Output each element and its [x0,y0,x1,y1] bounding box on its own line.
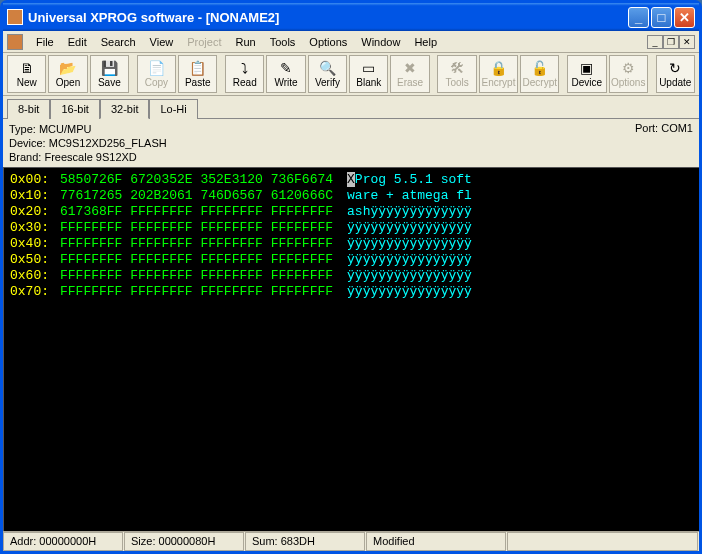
new-button[interactable]: 🗎New [7,55,46,93]
tools-label: Tools [445,77,468,88]
tab-32bit[interactable]: 32-bit [100,99,150,119]
hex-bytes[interactable]: 617368FF FFFFFFFF FFFFFFFF FFFFFFFF [60,204,333,220]
mdi-restore-button[interactable]: ❐ [663,35,679,49]
minimize-button[interactable]: _ [628,7,649,28]
status-sum: Sum: 683DH [245,532,365,551]
save-label: Save [98,77,121,88]
status-addr: Addr: 00000000H [3,532,123,551]
hex-address: 0x30: [10,220,60,236]
hex-row[interactable]: 0x40:FFFFFFFF FFFFFFFF FFFFFFFF FFFFFFFF… [10,236,693,252]
menu-file[interactable]: File [29,34,61,50]
tools-button: 🛠Tools [437,55,476,93]
toolbar-separator [650,55,654,93]
read-button[interactable]: ⤵Read [225,55,264,93]
hex-bytes[interactable]: FFFFFFFF FFFFFFFF FFFFFFFF FFFFFFFF [60,236,333,252]
hex-address: 0x40: [10,236,60,252]
hex-row[interactable]: 0x30:FFFFFFFF FFFFFFFF FFFFFFFF FFFFFFFF… [10,220,693,236]
update-button[interactable]: ↻Update [656,55,695,93]
hex-ascii[interactable]: ashÿÿÿÿÿÿÿÿÿÿÿÿÿ [347,204,472,220]
encrypt-button: 🔒Encrypt [479,55,518,93]
tab-bar: 8-bit16-bit32-bitLo-Hi [3,96,699,118]
statusbar: Addr: 00000000H Size: 00000080H Sum: 683… [3,531,699,551]
hex-ascii[interactable]: XProg 5.5.1 soft [347,172,472,188]
device-button[interactable]: ▣Device [567,55,606,93]
hex-row[interactable]: 0x10:77617265 202B2061 746D6567 6120666C… [10,188,693,204]
menu-run[interactable]: Run [228,34,262,50]
tab-16bit[interactable]: 16-bit [50,99,100,119]
maximize-button[interactable]: □ [651,7,672,28]
encrypt-icon: 🔒 [489,60,507,76]
update-label: Update [659,77,691,88]
device-label: Device [572,77,603,88]
info-device: Device: MC9S12XD256_FLASH [9,136,635,150]
paste-icon: 📋 [189,60,207,76]
hex-bytes[interactable]: 5850726F 6720352E 352E3120 736F6674 [60,172,333,188]
hex-cursor[interactable]: X [347,172,355,187]
hex-row[interactable]: 0x50:FFFFFFFF FFFFFFFF FFFFFFFF FFFFFFFF… [10,252,693,268]
hex-ascii[interactable]: ÿÿÿÿÿÿÿÿÿÿÿÿÿÿÿÿ [347,284,472,300]
mdi-minimize-button[interactable]: _ [647,35,663,49]
hex-row[interactable]: 0x70:FFFFFFFF FFFFFFFF FFFFFFFF FFFFFFFF… [10,284,693,300]
verify-button[interactable]: 🔍Verify [308,55,347,93]
toolbar-separator [219,55,223,93]
decrypt-button: 🔓Decrypt [520,55,559,93]
tab-lohi[interactable]: Lo-Hi [149,99,197,119]
menubar: FileEditSearchViewProjectRunToolsOptions… [3,31,699,53]
menu-project: Project [180,34,228,50]
menu-options[interactable]: Options [302,34,354,50]
save-button[interactable]: 💾Save [90,55,129,93]
hex-ascii[interactable]: ÿÿÿÿÿÿÿÿÿÿÿÿÿÿÿÿ [347,236,472,252]
hex-bytes[interactable]: FFFFFFFF FFFFFFFF FFFFFFFF FFFFFFFF [60,268,333,284]
titlebar[interactable]: Universal XPROG software - [NONAME2] _ □… [3,3,699,31]
hex-ascii[interactable]: ÿÿÿÿÿÿÿÿÿÿÿÿÿÿÿÿ [347,252,472,268]
new-icon: 🗎 [18,60,36,76]
info-type: Type: MCU/MPU [9,122,635,136]
blank-button[interactable]: ▭Blank [349,55,388,93]
blank-icon: ▭ [360,60,378,76]
hex-ascii[interactable]: ware + atmega fl [347,188,472,204]
read-icon: ⤵ [236,60,254,76]
toolbar-separator [561,55,565,93]
close-button[interactable]: ✕ [674,7,695,28]
hex-editor[interactable]: 0x00:5850726F 6720352E 352E3120 736F6674… [3,167,699,531]
write-button[interactable]: ✎Write [266,55,305,93]
verify-label: Verify [315,77,340,88]
menu-search[interactable]: Search [94,34,143,50]
info-bar: Type: MCU/MPU Device: MC9S12XD256_FLASH … [3,118,699,167]
mdi-icon[interactable] [7,34,23,50]
toolbar-separator [432,55,436,93]
hex-row[interactable]: 0x60:FFFFFFFF FFFFFFFF FFFFFFFF FFFFFFFF… [10,268,693,284]
encrypt-label: Encrypt [482,77,516,88]
paste-button[interactable]: 📋Paste [178,55,217,93]
hex-bytes[interactable]: 77617265 202B2061 746D6567 6120666C [60,188,333,204]
menu-edit[interactable]: Edit [61,34,94,50]
new-label: New [17,77,37,88]
mdi-close-button[interactable]: ✕ [679,35,695,49]
erase-button: ✖Erase [390,55,429,93]
hex-ascii[interactable]: ÿÿÿÿÿÿÿÿÿÿÿÿÿÿÿÿ [347,268,472,284]
open-label: Open [56,77,80,88]
device-icon: ▣ [578,60,596,76]
window-title: Universal XPROG software - [NONAME2] [28,10,628,25]
tab-8bit[interactable]: 8-bit [7,99,50,119]
options-icon: ⚙ [619,60,637,76]
menu-tools[interactable]: Tools [263,34,303,50]
blank-label: Blank [356,77,381,88]
update-icon: ↻ [666,60,684,76]
open-button[interactable]: 📂Open [48,55,87,93]
options-label: Options [611,77,645,88]
open-icon: 📂 [59,60,77,76]
hex-bytes[interactable]: FFFFFFFF FFFFFFFF FFFFFFFF FFFFFFFF [60,284,333,300]
menu-help[interactable]: Help [407,34,444,50]
info-brand: Brand: Freescale 9S12XD [9,150,635,164]
read-label: Read [233,77,257,88]
hex-bytes[interactable]: FFFFFFFF FFFFFFFF FFFFFFFF FFFFFFFF [60,252,333,268]
menu-window[interactable]: Window [354,34,407,50]
hex-row[interactable]: 0x20:617368FF FFFFFFFF FFFFFFFF FFFFFFFF… [10,204,693,220]
hex-row[interactable]: 0x00:5850726F 6720352E 352E3120 736F6674… [10,172,693,188]
hex-bytes[interactable]: FFFFFFFF FFFFFFFF FFFFFFFF FFFFFFFF [60,220,333,236]
hex-ascii[interactable]: ÿÿÿÿÿÿÿÿÿÿÿÿÿÿÿÿ [347,220,472,236]
menu-view[interactable]: View [143,34,181,50]
toolbar-separator [131,55,135,93]
copy-icon: 📄 [147,60,165,76]
